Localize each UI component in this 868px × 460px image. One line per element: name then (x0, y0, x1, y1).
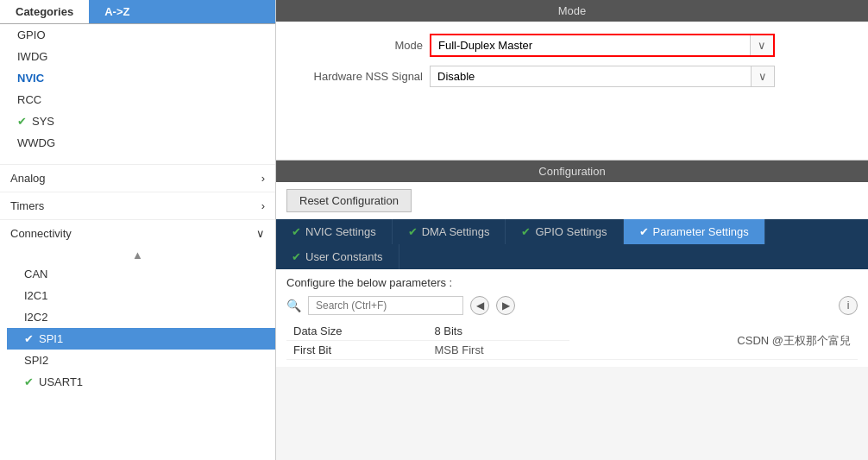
param-value-first-bit: MSB First (427, 341, 569, 360)
gpio-tab-label: GPIO Settings (535, 225, 607, 238)
params-title: Configure the below parameters : (286, 276, 858, 289)
config-tab-bar: ✔ NVIC Settings ✔ DMA Settings ✔ GPIO Se… (276, 219, 868, 269)
sidebar-item-usart1[interactable]: ✔ USART1 (7, 371, 275, 393)
tab-a-z[interactable]: A->Z (89, 0, 145, 23)
sidebar-item-i2c1[interactable]: I2C1 (7, 285, 275, 306)
analog-chevron-icon: › (261, 172, 265, 185)
user-tab-label: User Constants (305, 250, 383, 263)
sidebar-item-sys[interactable]: ✔ SYS (0, 110, 275, 132)
sidebar-item-spi2[interactable]: SPI2 (7, 350, 275, 371)
nav-icons: ◀ ▶ (470, 296, 515, 315)
timers-label: Timers (10, 199, 44, 212)
mode-field-label: Mode (293, 39, 423, 52)
sidebar-item-spi1[interactable]: ✔ SPI1 (7, 328, 275, 350)
sidebar-item-can[interactable]: CAN (7, 263, 275, 285)
main-panel: Mode Mode Full-Duplex Master ∨ Hardware … (276, 0, 868, 460)
nvic-label: NVIC (17, 72, 44, 85)
sidebar-item-i2c2[interactable]: I2C2 (7, 306, 275, 328)
connectivity-label: Connectivity (10, 227, 72, 240)
group-analog[interactable]: Analog › (0, 164, 275, 192)
usart1-label: USART1 (39, 375, 83, 388)
param-value-data-size: 8 Bits (427, 322, 569, 341)
user-tab-check-icon: ✔ (292, 250, 301, 263)
param-name-data-size: Data Size (286, 322, 427, 341)
param-tab-check-icon: ✔ (639, 225, 649, 238)
mode-body: Mode Full-Duplex Master ∨ Hardware NSS S… (276, 22, 868, 160)
sidebar-item-iwdg[interactable]: IWDG (0, 46, 275, 67)
tab-nvic-settings[interactable]: ✔ NVIC Settings (276, 219, 393, 244)
watermark-text: CSDN @王权那个富兒 (569, 322, 858, 360)
hardware-nss-select-value[interactable]: Disable (431, 66, 751, 86)
timers-chevron-icon: › (261, 199, 265, 212)
params-table: Data Size 8 Bits CSDN @王权那个富兒 First Bit … (286, 322, 858, 360)
tab-user-constants[interactable]: ✔ User Constants (276, 244, 399, 269)
mode-field-row: Mode Full-Duplex Master ∨ (293, 34, 851, 57)
reset-configuration-button[interactable]: Reset Configuration (286, 189, 412, 212)
mode-dropdown-arrow-icon[interactable]: ∨ (750, 35, 773, 55)
sidebar-tab-bar: Categories A->Z (0, 0, 275, 24)
search-input[interactable] (308, 296, 463, 315)
params-body: Configure the below parameters : 🔍 ◀ ▶ i… (276, 269, 868, 367)
config-section: Configuration Reset Configuration ✔ NVIC… (276, 160, 868, 367)
info-icon[interactable]: i (839, 296, 858, 315)
gpio-label: GPIO (17, 28, 46, 41)
hardware-nss-dropdown-arrow-icon[interactable]: ∨ (751, 66, 774, 86)
hardware-nss-field-label: Hardware NSS Signal (293, 70, 423, 83)
nav-prev-icon[interactable]: ◀ (470, 296, 489, 315)
mode-select-wrapper: Full-Duplex Master ∨ (430, 34, 775, 57)
spi1-label: SPI1 (39, 332, 63, 345)
sidebar-item-gpio[interactable]: GPIO (0, 24, 275, 46)
spi2-label: SPI2 (24, 354, 48, 367)
can-label: CAN (24, 268, 47, 280)
tab-categories[interactable]: Categories (0, 0, 89, 23)
param-name-first-bit: First Bit (286, 341, 427, 360)
nav-next-icon[interactable]: ▶ (496, 296, 515, 315)
dma-tab-label: DMA Settings (422, 225, 490, 238)
scroll-up-icon: ▲ (132, 249, 143, 262)
param-tab-label: Parameter Settings (653, 225, 749, 238)
config-toolbar: Reset Configuration (276, 182, 868, 219)
sidebar: Categories A->Z GPIO IWDG NVIC RCC ✔ SYS… (0, 0, 276, 460)
mode-select-value[interactable]: Full-Duplex Master (431, 35, 750, 55)
spi1-check-icon: ✔ (24, 332, 34, 345)
tab-gpio-settings[interactable]: ✔ GPIO Settings (506, 219, 623, 244)
config-title: Configuration (538, 165, 605, 178)
i2c1-label: I2C1 (24, 289, 47, 302)
table-row: Data Size 8 Bits CSDN @王权那个富兒 (286, 322, 858, 341)
nvic-tab-check-icon: ✔ (292, 225, 301, 238)
wwdg-label: WWDG (17, 136, 55, 149)
sidebar-item-nvic[interactable]: NVIC (0, 67, 275, 89)
connectivity-items: CAN I2C1 I2C2 ✔ SPI1 SPI2 ✔ USART1 (0, 263, 275, 393)
tab-parameter-settings[interactable]: ✔ Parameter Settings (624, 219, 765, 244)
config-section-header: Configuration (276, 161, 868, 182)
sidebar-item-rcc[interactable]: RCC (0, 89, 275, 110)
sys-check-icon: ✔ (17, 115, 27, 128)
sidebar-item-wwdg[interactable]: WWDG (0, 132, 275, 154)
tab-dma-settings[interactable]: ✔ DMA Settings (393, 219, 506, 244)
dma-tab-check-icon: ✔ (408, 225, 418, 238)
i2c2-label: I2C2 (24, 311, 47, 324)
rcc-label: RCC (17, 93, 41, 106)
mode-section-header: Mode (276, 0, 868, 22)
mode-title: Mode (558, 4, 587, 17)
sys-label: SYS (32, 115, 54, 128)
search-row: 🔍 ◀ ▶ i (286, 296, 858, 315)
connectivity-chevron-icon: ∨ (256, 227, 265, 240)
iwdg-label: IWDG (17, 50, 47, 63)
sidebar-content: GPIO IWDG NVIC RCC ✔ SYS WWDG Analog › T… (0, 24, 275, 460)
nvic-tab-label: NVIC Settings (305, 225, 376, 238)
hardware-nss-field-row: Hardware NSS Signal Disable ∨ (293, 66, 851, 87)
search-icon: 🔍 (286, 299, 301, 312)
gpio-tab-check-icon: ✔ (521, 225, 531, 238)
hardware-nss-select-wrapper: Disable ∨ (430, 66, 775, 87)
scroll-indicator: ▲ (0, 247, 275, 263)
group-connectivity[interactable]: Connectivity ∨ (0, 219, 275, 247)
usart1-check-icon: ✔ (24, 375, 34, 388)
group-timers[interactable]: Timers › (0, 192, 275, 219)
analog-label: Analog (10, 172, 45, 185)
